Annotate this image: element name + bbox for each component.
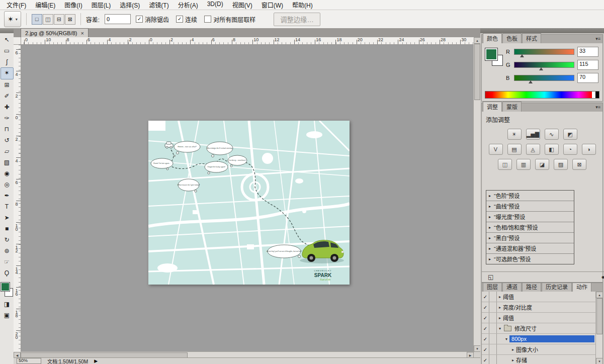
channel-value[interactable]: 115 [577, 60, 598, 70]
action-check[interactable]: ✓ [482, 292, 489, 302]
shape-tool[interactable]: ■ [1, 223, 13, 234]
actions-scroll-thumb[interactable] [596, 298, 602, 334]
panel-tab[interactable]: 通道 [502, 283, 522, 292]
channel-value[interactable]: 33 [577, 47, 598, 57]
preset-row[interactable]: ▸“曲线”预设 [486, 201, 574, 212]
panel-menu-icon[interactable]: ▾≡ [595, 105, 600, 110]
preset-row[interactable]: ▸“色阶”预设 [486, 191, 574, 201]
preset-row[interactable]: ▸“通道混和器”预设 [486, 243, 574, 254]
history-brush-tool[interactable]: ↺ [1, 135, 13, 146]
actions-scrollbar[interactable]: ▲ ▼ [595, 292, 602, 364]
expand-triangle-icon[interactable]: ▸ [489, 236, 491, 240]
levels-adjustment-icon[interactable]: ▂▅▇ [526, 129, 540, 140]
preset-row[interactable]: ▸“色相/饱和度”预设 [486, 222, 574, 233]
menu-item[interactable]: 分析(A) [174, 0, 203, 10]
hand-tool[interactable]: ☞ [1, 256, 13, 267]
preset-row[interactable]: ▸“曝光度”预设 [486, 212, 574, 222]
preset-row[interactable]: ▸“可选颜色”预设 [486, 254, 574, 264]
foreground-color-swatch[interactable] [1, 283, 10, 291]
action-row[interactable]: ✓▸图像大小 [482, 344, 596, 355]
quick-mask-button[interactable]: ◨ [1, 299, 13, 310]
photo-filter-adjustment-icon[interactable]: ◔ [563, 144, 577, 155]
intersect-selection-button[interactable]: ⊠ [65, 14, 75, 25]
zoom-tool[interactable]: Ϙ [1, 267, 13, 279]
tools-panel-grip[interactable] [0, 28, 14, 33]
panel-tab[interactable]: 色板 [502, 33, 522, 43]
brush-tool[interactable]: ✑ [1, 113, 13, 124]
add-to-selection-button[interactable]: ◫ [43, 14, 53, 25]
panel-tab[interactable]: 动作 [572, 283, 591, 292]
channel-slider[interactable] [514, 49, 574, 55]
slider-thumb[interactable] [520, 54, 524, 57]
panel-menu-icon[interactable]: ▾≡ [595, 36, 600, 41]
move-tool[interactable]: ↖ [1, 34, 13, 45]
expand-triangle-icon[interactable]: ▸ [499, 295, 501, 299]
close-icon[interactable]: × [81, 30, 84, 36]
action-row[interactable]: ✓▸亮度/对比度 [482, 302, 596, 313]
action-dialog-toggle[interactable] [489, 344, 497, 354]
curves-adjustment-icon[interactable]: ∿ [545, 129, 559, 140]
type-tool[interactable]: T [1, 201, 13, 212]
new-selection-button[interactable]: □ [32, 14, 42, 25]
tolerance-input[interactable] [105, 14, 131, 24]
scroll-up-icon[interactable]: ▲ [474, 37, 481, 44]
vertical-scroll-thumb[interactable] [474, 44, 480, 100]
invert-adjustment-icon[interactable]: ◫ [498, 159, 512, 170]
dock-grip[interactable] [480, 28, 604, 33]
gradient-map-adjustment-icon[interactable]: ▨ [554, 159, 568, 170]
foreground-color-swatch[interactable] [485, 48, 497, 60]
scroll-up-icon[interactable]: ▲ [596, 292, 603, 298]
document-image[interactable]: Hmmm... nice car, what? Must dodge the 8… [148, 121, 350, 285]
action-dialog-toggle[interactable] [489, 313, 497, 323]
expand-triangle-icon[interactable]: ▾ [499, 326, 501, 331]
action-row[interactable]: ✓▸阈值 [482, 292, 596, 302]
zoom-level[interactable]: 50% [17, 358, 41, 364]
checkbox-box[interactable]: ✓ [136, 16, 143, 23]
checkbox-box[interactable]: ✓ [176, 16, 183, 23]
menu-item[interactable]: 图层(L) [87, 0, 116, 10]
expanded-view-icon[interactable]: ◱ [488, 274, 493, 281]
menu-item[interactable]: 选择(S) [115, 0, 144, 10]
expand-triangle-icon[interactable]: ▸ [499, 305, 501, 310]
eraser-tool[interactable]: ▱ [1, 146, 13, 157]
panel-tab[interactable]: 蒙版 [502, 102, 522, 112]
action-check[interactable]: ✓ [482, 344, 489, 354]
exposure-adjustment-icon[interactable]: ◩ [563, 129, 577, 140]
canvas-vertical-scrollbar[interactable]: ▲ ▼ [473, 37, 480, 352]
scroll-down-icon[interactable]: ▼ [596, 358, 603, 364]
menu-item[interactable]: 3D(D) [203, 0, 228, 10]
expand-triangle-icon[interactable]: ▸ [512, 358, 514, 362]
expand-triangle-icon[interactable]: ▸ [499, 316, 501, 320]
action-check[interactable]: ✓ [482, 302, 489, 312]
scroll-down-icon[interactable]: ▼ [474, 345, 481, 352]
expand-triangle-icon[interactable]: ▸ [489, 257, 491, 261]
expand-triangle-icon[interactable]: ▸ [489, 225, 491, 230]
3d-orbit-tool[interactable]: ⊚ [1, 245, 13, 256]
status-flyout-icon[interactable]: ▶ [94, 358, 98, 363]
panel-tab[interactable]: 历史记录 [542, 283, 572, 292]
gradient-tool[interactable]: ▧ [1, 157, 13, 168]
marquee-tool[interactable]: ▭ [1, 45, 13, 56]
canvas[interactable]: Hmmm... nice car, what? Must dodge the 8… [21, 44, 474, 352]
panel-tab[interactable]: 样式 [522, 33, 541, 43]
eyedropper-tool[interactable]: ✐ [1, 90, 13, 102]
action-dialog-toggle[interactable] [489, 302, 497, 312]
action-check[interactable]: ✓ [482, 355, 489, 364]
panel-tab[interactable]: 图层 [483, 283, 502, 292]
preset-row[interactable]: ▸“黑白”预设 [486, 233, 574, 243]
expand-triangle-icon[interactable]: ▸ [489, 194, 491, 198]
menu-item[interactable]: 滤镜(T) [144, 0, 173, 10]
lasso-tool[interactable]: ʃ [1, 56, 13, 67]
expand-triangle-icon[interactable]: ▸ [489, 204, 491, 209]
action-dialog-toggle[interactable] [489, 355, 497, 364]
channel-mixer-adjustment-icon[interactable]: ◑ [582, 144, 596, 155]
menu-item[interactable]: 窗口(W) [257, 0, 288, 10]
subtract-from-selection-button[interactable]: ⊟ [54, 14, 64, 25]
clone-stamp-tool[interactable]: ⊓ [1, 124, 13, 135]
action-dialog-toggle[interactable] [489, 323, 497, 333]
panel-tab[interactable]: 路径 [522, 283, 541, 292]
action-row[interactable]: ✓▸阈值 [482, 313, 596, 323]
expand-triangle-icon[interactable]: ▸ [489, 215, 491, 219]
blur-tool[interactable]: ◉ [1, 168, 13, 179]
dodge-tool[interactable]: ◎ [1, 179, 13, 190]
